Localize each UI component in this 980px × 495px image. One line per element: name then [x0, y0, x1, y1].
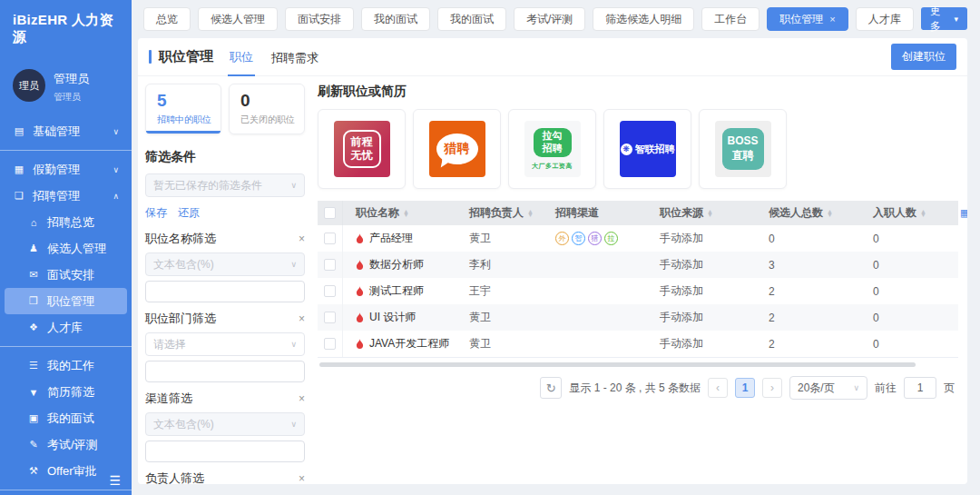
select-all-checkbox[interactable] — [324, 207, 336, 219]
remove-filter-icon[interactable]: × — [299, 472, 305, 484]
sort-icon[interactable]: ▲▼ — [707, 210, 713, 217]
sidebar-item-base[interactable]: ▤ 基础管理 ∨ — [0, 118, 132, 144]
tab-myinterview-2[interactable]: 我的面试 — [437, 7, 506, 31]
channel-card-lagou[interactable]: 拉勾 招聘 大厂多工资高 — [508, 109, 596, 189]
horizontal-scrollbar[interactable] — [319, 362, 916, 367]
tab-myinterview-1[interactable]: 我的面试 — [361, 7, 430, 31]
prev-page-button[interactable]: ‹ — [708, 378, 728, 398]
column-settings[interactable]: ▦ — [960, 207, 967, 219]
saved-filter-select[interactable]: 暂无已保存的筛选条件 ∨ — [145, 173, 305, 197]
goto-page-input[interactable] — [904, 377, 936, 399]
sort-icon[interactable]: ▲▼ — [920, 210, 926, 217]
column-header-candidates[interactable]: 候选人总数▲▼ — [756, 205, 860, 221]
column-settings-icon: ▦ — [960, 207, 967, 219]
next-page-button[interactable]: › — [762, 378, 782, 398]
sidebar-item-recruit[interactable]: ❏ 招聘管理 ∧ — [0, 183, 132, 209]
stat-card-closed-positions[interactable]: 0 已关闭的职位 — [229, 84, 305, 134]
filter-value-input[interactable] — [145, 361, 305, 382]
table-row[interactable]: 测试工程师 王宇 手动添加 2 0 — [318, 278, 958, 304]
reset-filter-link[interactable]: 还原 — [178, 205, 200, 221]
column-header-source[interactable]: 职位来源▲▼ — [647, 205, 756, 221]
page-number-button[interactable]: 1 — [735, 378, 755, 398]
filter-group-title: 渠道筛选 — [145, 391, 192, 407]
user-box[interactable]: 理员 管理员 管理员 — [13, 69, 119, 104]
sidebar-item-overview[interactable]: ⌂ 招聘总览 — [0, 209, 132, 235]
sidebar-item-interview-schedule[interactable]: ✉ 面试安排 — [0, 262, 132, 288]
tab-positions-sub[interactable]: 职位 — [228, 38, 255, 76]
tab-exam[interactable]: 考试/评测 — [514, 7, 585, 31]
sidebar-item-talent[interactable]: ❖ 人才库 — [0, 314, 132, 341]
remove-filter-icon[interactable]: × — [299, 312, 305, 325]
tab-overview[interactable]: 总览 — [143, 7, 191, 31]
column-header-hired[interactable]: 入职人数▲▼ — [860, 205, 960, 221]
filter-value-input[interactable] — [145, 281, 305, 302]
tab-interview-schedule[interactable]: 面试安排 — [285, 7, 354, 31]
sidebar-item-leave[interactable]: ▦ 假勤管理 ∨ — [0, 156, 132, 183]
refresh-button[interactable]: ↻ — [540, 377, 562, 399]
sidebar-item-mywork[interactable]: ☰ 我的工作 — [0, 352, 132, 379]
row-checkbox[interactable] — [324, 233, 336, 244]
column-header-owner[interactable]: 招聘负责人▲▼ — [456, 205, 543, 221]
sidebar-item-resume-filter[interactable]: ▼ 简历筛选 — [0, 379, 132, 405]
sidebar: iBizEHR 人力资源 理员 管理员 管理员 ▤ 基础管理 ∨ ▦ 假勤管理 … — [0, 0, 132, 495]
filter-group-department: 职位部门筛选 × 请选择 ∨ — [145, 311, 305, 382]
table-row[interactable]: 数据分析师 李利 手动添加 3 0 — [318, 252, 958, 278]
create-position-button[interactable]: 创建职位 — [891, 44, 956, 70]
page-title: 职位管理 — [159, 48, 213, 65]
stat-card-open-positions[interactable]: 5 招聘中的职位 — [145, 84, 221, 134]
more-button[interactable]: 更多 ▾ — [921, 7, 967, 30]
row-checkbox[interactable] — [324, 259, 336, 271]
operator-select[interactable]: 文本包含(%) ∨ — [145, 252, 305, 276]
tab-candidates[interactable]: 候选人管理 — [198, 7, 278, 31]
operator-select[interactable]: 文本包含(%) ∨ — [145, 412, 305, 436]
row-checkbox[interactable] — [324, 312, 336, 323]
funnel-icon: ▼ — [27, 387, 40, 398]
hot-flame-icon — [356, 286, 364, 296]
tab-workbench[interactable]: 工作台 — [701, 7, 760, 31]
sidebar-item-positions[interactable]: ❒ 职位管理 — [5, 288, 127, 314]
channel-card-zhilian[interactable]: ❋ 智联招聘 — [603, 109, 691, 189]
table-row[interactable]: JAVA开发工程师 黄卫 手动添加 2 0 — [318, 331, 958, 357]
tab-positions[interactable]: 职位管理 × — [767, 7, 848, 31]
sidebar-item-candidates[interactable]: ♟ 候选人管理 — [0, 235, 132, 262]
tab-talent[interactable]: 人才库 — [856, 7, 914, 31]
sort-icon[interactable]: ▲▼ — [403, 210, 409, 217]
close-icon[interactable]: × — [829, 14, 835, 25]
table-row[interactable]: UI 设计师 黄卫 手动添加 2 0 — [318, 304, 958, 331]
sort-icon[interactable]: ▲▼ — [527, 210, 534, 217]
channel-badge-icon: 智 — [572, 232, 585, 245]
tab-candidate-detail[interactable]: 筛选候选人明细 — [593, 7, 694, 31]
row-checkbox[interactable] — [324, 285, 336, 297]
column-header-name[interactable]: 职位名称▲▼ — [343, 205, 456, 221]
stat-value: 0 — [240, 91, 304, 111]
owner: 王宇 — [456, 283, 543, 299]
source: 手动添加 — [647, 336, 756, 351]
table-header-row: 职位名称▲▼ 招聘负责人▲▼ 招聘渠道 职位来源▲▼ 候选人总数▲▼ — [318, 201, 958, 225]
channel-card-qianchengwuyou[interactable]: 前程 无忧 — [318, 109, 406, 189]
candidate-count: 2 — [756, 312, 860, 324]
page-size-select[interactable]: 20条/页 ∨ — [789, 376, 867, 400]
gavel-icon: ⚒ — [27, 465, 40, 477]
filter-value-input[interactable] — [145, 441, 305, 462]
department-select[interactable]: 请选择 ∨ — [145, 332, 305, 356]
channel-card-boss[interactable]: BOSS 直聘 — [699, 109, 787, 189]
divider — [0, 490, 132, 490]
table-row[interactable]: 产品经理 黄卫 外智猎拉 手动添加 0 0 — [318, 225, 958, 252]
divider — [0, 150, 132, 151]
logo-text: 智联招聘 — [635, 143, 675, 156]
sidebar-item-exam[interactable]: ✎ 考试/评测 — [0, 431, 132, 458]
sort-icon[interactable]: ▲▼ — [827, 210, 833, 217]
sidebar-item-myinterview[interactable]: ▣ 我的面试 — [0, 405, 132, 431]
more-label: 更多 — [930, 4, 952, 35]
save-filter-link[interactable]: 保存 — [145, 205, 167, 221]
sidebar-item-label: 假勤管理 — [33, 162, 80, 178]
filter-links: 保存 还原 — [145, 205, 305, 221]
prev-icon: ‹ — [716, 381, 720, 394]
users-icon: ❖ — [27, 322, 40, 333]
collapse-sidebar-icon[interactable]: ☰ — [109, 473, 121, 488]
channel-card-liepin[interactable]: 猎聘 — [413, 109, 501, 189]
row-checkbox[interactable] — [324, 338, 336, 350]
tab-demand-sub[interactable]: 招聘需求 — [270, 39, 320, 75]
remove-filter-icon[interactable]: × — [299, 233, 305, 245]
remove-filter-icon[interactable]: × — [299, 392, 305, 405]
